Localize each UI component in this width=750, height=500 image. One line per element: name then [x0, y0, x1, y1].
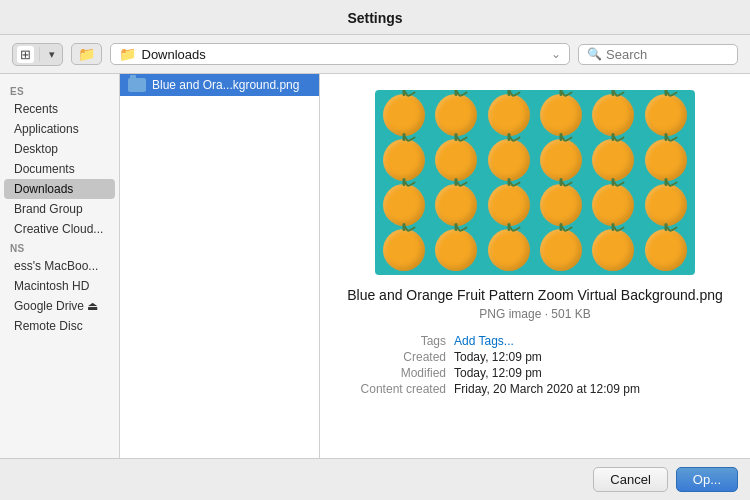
content-created-value: Friday, 20 March 2020 at 12:09 pm [454, 382, 640, 396]
orange-fruit [488, 94, 530, 136]
preview-pane: Blue and Orange Fruit Pattern Zoom Virtu… [320, 74, 750, 458]
orange-cell [431, 228, 481, 271]
cancel-button[interactable]: Cancel [593, 467, 667, 492]
bottom-bar: Cancel Op... [0, 458, 750, 500]
orange-fruit [645, 184, 687, 226]
orange-fruit [383, 139, 425, 181]
sidebar-item-desktop[interactable]: Desktop [4, 139, 115, 159]
sidebar-item-macintosh-hd[interactable]: Macintosh HD [4, 276, 115, 296]
orange-fruit [488, 229, 530, 271]
orange-fruit [540, 229, 582, 271]
window-title: Settings [347, 10, 402, 26]
divider: │ [36, 47, 44, 61]
preview-image-container [336, 90, 734, 275]
orange-pattern-grid [375, 90, 695, 275]
location-chevron-icon: ⌄ [551, 47, 561, 61]
file-name: Blue and Ora...kground.png [152, 78, 299, 92]
orange-fruit [645, 229, 687, 271]
orange-fruit [383, 184, 425, 226]
search-input[interactable] [606, 47, 729, 62]
orange-cell [379, 94, 429, 137]
orange-fruit [383, 229, 425, 271]
search-icon: 🔍 [587, 47, 602, 61]
orange-fruit [592, 94, 634, 136]
preview-filetype: PNG image · 501 KB [336, 307, 734, 321]
orange-cell [379, 139, 429, 182]
tags-label: Tags [336, 334, 446, 348]
orange-cell [431, 184, 481, 227]
sidebar-item-creative-cloud[interactable]: Creative Cloud... [4, 219, 115, 239]
file-icon [128, 78, 146, 92]
created-value: Today, 12:09 pm [454, 350, 542, 364]
sidebar-item-brand-group[interactable]: Brand Group [4, 199, 115, 219]
orange-cell [484, 184, 534, 227]
new-folder-button[interactable]: 📁 [71, 43, 102, 65]
sidebar-item-macbook[interactable]: ess's MacBoo... [4, 256, 115, 276]
title-bar: Settings [0, 0, 750, 34]
view-grid-button[interactable]: ⊞ [17, 46, 34, 63]
orange-cell [641, 94, 691, 137]
orange-cell [536, 228, 586, 271]
orange-fruit [645, 139, 687, 181]
orange-cell [536, 184, 586, 227]
orange-cell [484, 139, 534, 182]
orange-cell [379, 184, 429, 227]
orange-fruit [435, 139, 477, 181]
file-item[interactable]: Blue and Ora...kground.png [120, 74, 319, 96]
orange-fruit [540, 94, 582, 136]
sidebar-item-applications[interactable]: Applications [4, 119, 115, 139]
new-folder-icon: 📁 [78, 46, 95, 62]
orange-cell [588, 184, 638, 227]
search-bar[interactable]: 🔍 [578, 44, 738, 65]
created-row: Created Today, 12:09 pm [336, 349, 734, 365]
orange-fruit [592, 229, 634, 271]
orange-fruit [540, 184, 582, 226]
orange-cell [588, 139, 638, 182]
content-created-label: Content created [336, 382, 446, 396]
tags-value[interactable]: Add Tags... [454, 334, 514, 348]
sidebar-item-documents[interactable]: Documents [4, 159, 115, 179]
preview-filename: Blue and Orange Fruit Pattern Zoom Virtu… [336, 287, 734, 303]
sidebar-item-recents[interactable]: Recents [4, 99, 115, 119]
content-created-row: Content created Friday, 20 March 2020 at… [336, 381, 734, 397]
orange-cell [536, 139, 586, 182]
view-toggle-group: ⊞ │ ▾ [12, 43, 63, 66]
orange-cell [641, 139, 691, 182]
sidebar: es Recents Applications Desktop Document… [0, 74, 120, 458]
orange-fruit [592, 184, 634, 226]
orange-fruit [540, 139, 582, 181]
orange-cell [536, 94, 586, 137]
orange-fruit [592, 139, 634, 181]
orange-cell [379, 228, 429, 271]
orange-cell [431, 94, 481, 137]
location-label: Downloads [142, 47, 206, 62]
location-bar[interactable]: 📁 Downloads ⌄ [110, 43, 571, 65]
main-content: es Recents Applications Desktop Document… [0, 74, 750, 458]
sidebar-item-remote-disc[interactable]: Remote Disc [4, 316, 115, 336]
location-folder-icon: 📁 [119, 46, 136, 62]
orange-cell [484, 94, 534, 137]
orange-cell [588, 94, 638, 137]
file-list-pane: Blue and Ora...kground.png [120, 74, 320, 458]
preview-image [375, 90, 695, 275]
orange-cell [484, 228, 534, 271]
orange-cell [431, 139, 481, 182]
sidebar-item-downloads[interactable]: Downloads [4, 179, 115, 199]
created-label: Created [336, 350, 446, 364]
sidebar-section-label-1: es [0, 82, 119, 99]
orange-fruit [488, 184, 530, 226]
view-list-button[interactable]: ▾ [46, 47, 58, 62]
toolbar: ⊞ │ ▾ 📁 📁 Downloads ⌄ 🔍 [0, 34, 750, 74]
orange-fruit [645, 94, 687, 136]
orange-fruit [435, 184, 477, 226]
modified-label: Modified [336, 366, 446, 380]
sidebar-item-google-drive[interactable]: Google Drive ⏏ [4, 296, 115, 316]
open-button[interactable]: Op... [676, 467, 738, 492]
orange-fruit [383, 94, 425, 136]
orange-fruit [435, 229, 477, 271]
tags-row: Tags Add Tags... [336, 333, 734, 349]
modified-row: Modified Today, 12:09 pm [336, 365, 734, 381]
orange-cell [641, 228, 691, 271]
sidebar-section-label-2: ns [0, 239, 119, 256]
orange-cell [641, 184, 691, 227]
